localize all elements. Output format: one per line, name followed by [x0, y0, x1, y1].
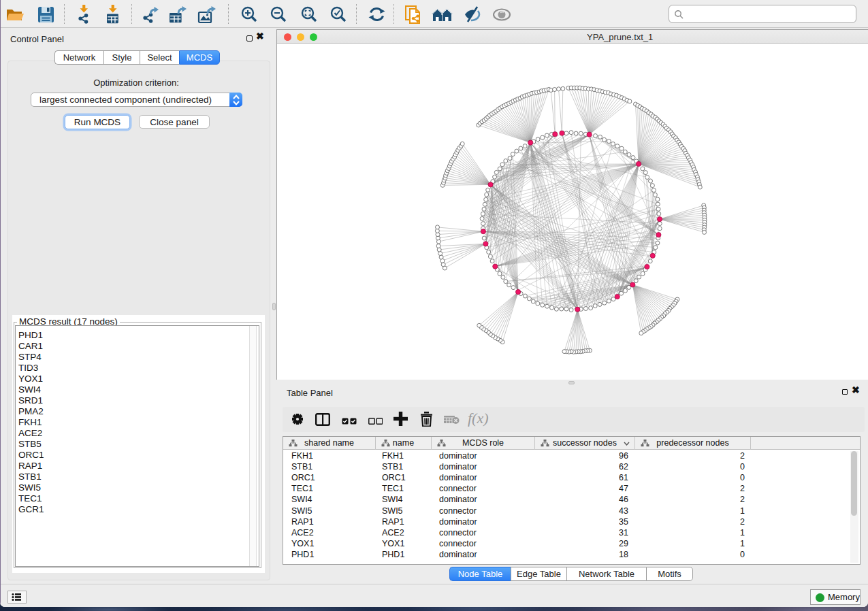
- svg-text:f(x): f(x): [468, 410, 489, 427]
